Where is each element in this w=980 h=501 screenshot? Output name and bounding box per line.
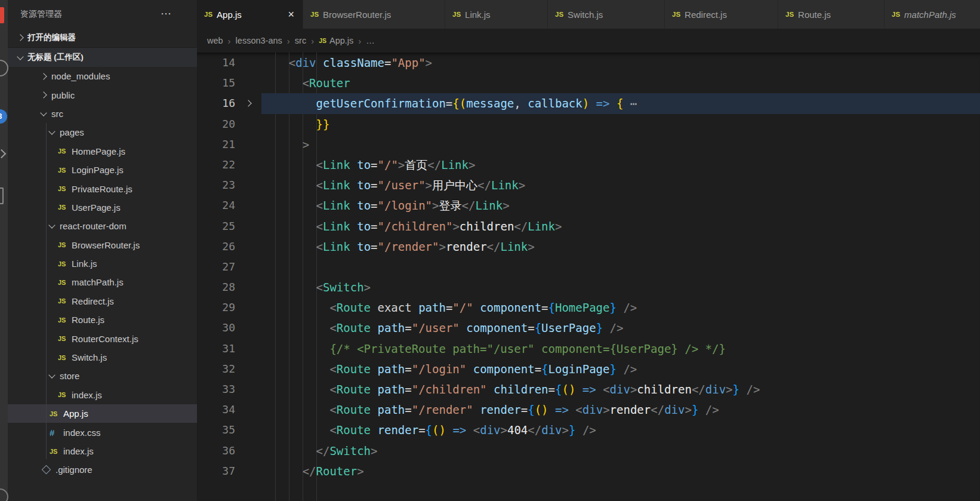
tree-item-node-modules[interactable]: node_modules [8,67,197,85]
tree-item-browserrouter-js[interactable]: JSBrowserRouter.js [8,236,197,254]
code-line[interactable]: 14 <div className="App"> [197,53,980,73]
tree-item-index-js[interactable]: JSindex.js [8,386,197,404]
code-text[interactable]: <div className="App"> [261,53,980,73]
code-line[interactable]: 30 <Route path="/user" component={UserPa… [197,318,980,338]
code-text[interactable]: <Route render={() => <div>404</div>} /> [261,420,980,440]
code-line[interactable]: 32 <Route path="/login" component={Login… [197,359,980,379]
workspace-header[interactable]: 无标题 (工作区) [8,47,197,67]
code-text[interactable]: <Link to="/login">登录</Link> [261,195,980,216]
code-line[interactable]: 15 <Router [197,73,980,93]
tree-item-link-js[interactable]: JSLink.js [8,254,197,273]
tree-item-react-router-dom[interactable]: react-router-dom [8,217,197,235]
code-token: /> [623,301,637,314]
code-line[interactable]: 37 </Router> [197,461,980,481]
gutter: 27 [197,257,261,277]
breadcrumb-item[interactable]: … [366,36,375,45]
code-line[interactable]: 36 </Switch> [197,441,980,461]
code-line[interactable]: 24 <Link to="/login">登录</Link> [197,195,980,216]
code-token: className [323,56,384,69]
tree-item-homepage-js[interactable]: JSHomePage.js [8,142,197,161]
javascript-file-icon: JS [58,241,68,248]
tree-item-label: BrowserRouter.js [72,240,140,250]
code-text[interactable] [261,257,980,277]
tree-item--gitignore[interactable]: .gitignore [8,460,197,479]
code-line[interactable]: 31 {/* <PrivateRoute path="/user" compon… [197,339,980,359]
code-text[interactable]: <Route path="/render" render={() => <div… [261,399,980,420]
code-text[interactable]: </Router> [261,461,980,481]
tree-item-index-css[interactable]: #index.css [8,423,197,441]
tree-item-index-js[interactable]: JSindex.js [8,442,197,460]
tree-item-route-js[interactable]: JSRoute.js [8,311,197,329]
tree-item-pages[interactable]: pages [8,123,197,142]
tree-item-routercontext-js[interactable]: JSRouterContext.js [8,329,197,348]
code-token [466,423,473,437]
fold-region [235,359,261,379]
tree-item-switch-js[interactable]: JSSwitch.js [8,348,197,367]
tree-item-src[interactable]: src [8,104,197,123]
code-text[interactable]: getUserConfirmation={(message, callback)… [261,93,980,113]
tab-switch-js[interactable]: JSSwitch.js [548,0,665,29]
tab-route-js[interactable]: JSRoute.js [778,0,885,29]
code-line[interactable]: 28 <Switch> [197,277,980,297]
tree-item-loginpage-js[interactable]: JSLoginPage.js [8,161,197,179]
code-text[interactable]: <Link to="/render">render</Link> [261,236,980,257]
code-line[interactable]: 29 <Route exact path="/" component={Home… [197,297,980,318]
code-text[interactable]: <Route path="/children" children={() => … [261,379,980,399]
folded-code-ellipsis-icon: ⋯ [630,97,636,110]
breadcrumb-item[interactable]: src [295,36,306,45]
code-text[interactable]: > [261,134,980,155]
code-line[interactable]: 21 > [197,134,980,155]
code-token: path [378,403,405,416]
tab-redirect-js[interactable]: JSRedirect.js [665,0,778,29]
code-text[interactable]: <Link to="/">首页</Link> [261,155,980,175]
breadcrumb-item[interactable]: web [207,36,223,45]
tab-app-js[interactable]: JSApp.js× [197,0,303,29]
tree-item-public[interactable]: public [8,85,197,104]
code-line[interactable]: 27 [197,257,980,277]
code-text[interactable]: <Route exact path="/" component={HomePag… [261,297,980,318]
tree-item-matchpath-js[interactable]: JSmatchPath.js [8,273,197,291]
open-editors-header[interactable]: 打开的编辑器 [8,28,197,47]
code-line[interactable]: 34 <Route path="/render" render={() => <… [197,399,980,420]
code-token: component [480,301,541,314]
tree-item-userpage-js[interactable]: JSUserPage.js [8,198,197,217]
code-text[interactable]: }} [261,114,980,134]
code-text[interactable]: <Route path="/user" component={UserPage}… [261,318,980,338]
code-text[interactable]: <Link to="/children">children</Link> [261,216,980,236]
code-text[interactable]: <Switch> [261,277,980,297]
gutter: 24 [197,195,261,216]
fold-region [235,93,261,113]
more-actions-icon[interactable]: ⋯ [161,7,172,20]
close-icon[interactable]: × [286,9,295,20]
code-token: { [452,97,459,110]
tab-bar: JSApp.js×JSBrowserRouter.jsJSLink.jsJSSw… [197,0,980,29]
code-text[interactable]: <Route path="/login" component={LoginPag… [261,359,980,379]
code-line[interactable]: 35 <Route render={() => <div>404</div>} … [197,420,980,440]
tab-matchpath-js[interactable]: JSmatchPath.js [885,0,980,29]
tab-browserrouter-js[interactable]: JSBrowserRouter.js [303,0,445,29]
code-line[interactable]: 23 <Link to="/user">用户中心</Link> [197,175,980,195]
code-text[interactable]: </Switch> [261,441,980,461]
tree-item-app-js[interactable]: JSApp.js [8,404,197,423]
code-line[interactable]: 33 <Route path="/children" children={() … [197,379,980,399]
code-text[interactable]: <Link to="/user">用户中心</Link> [261,175,980,195]
tree-item-store[interactable]: store [8,367,197,385]
breadcrumb-item[interactable]: lesson3-ans [236,36,282,45]
breadcrumb: web›lesson3-ans›src›JSApp.js›… [197,29,980,53]
breadcrumb-separator-icon: › [311,36,314,46]
tree-item-privateroute-js[interactable]: JSPrivateRoute.js [8,179,197,198]
code-line[interactable]: 25 <Link to="/children">children</Link> [197,216,980,236]
code-line[interactable]: 22 <Link to="/">首页</Link> [197,155,980,175]
code-line[interactable]: 26 <Link to="/render">render</Link> [197,236,980,257]
code-text[interactable]: <Router [261,73,980,93]
breadcrumb-item[interactable]: JSApp.js [319,36,353,45]
code-line[interactable]: 20 }} [197,114,980,134]
code-text[interactable]: {/* <PrivateRoute path="/user" component… [261,339,980,359]
code-line[interactable]: 16 getUserConfirmation={(message, callba… [197,93,980,113]
tree-item-redirect-js[interactable]: JSRedirect.js [8,292,197,311]
code-token: Link [491,179,519,192]
editor[interactable]: 14 <div className="App">15 <Router16 get… [197,53,980,501]
code-token: render [610,403,651,416]
tab-link-js[interactable]: JSLink.js [445,0,548,29]
fold-chevron-icon[interactable] [245,100,251,107]
